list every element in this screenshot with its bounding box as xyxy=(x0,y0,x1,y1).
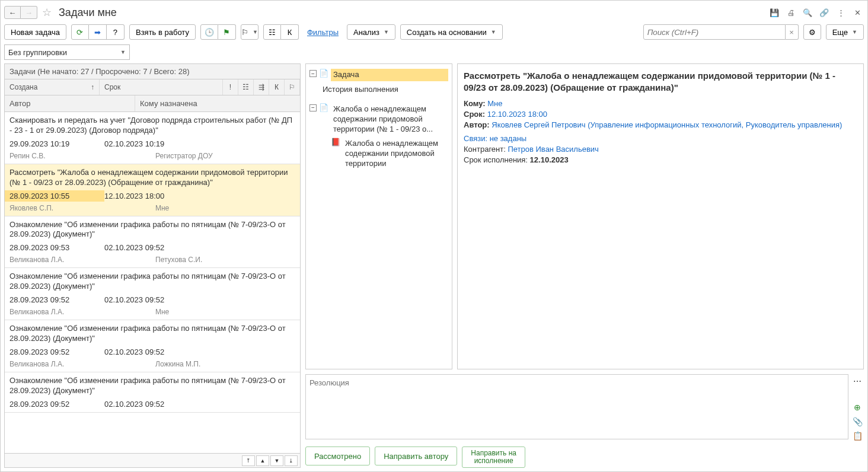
column-created[interactable]: Создана ↑ xyxy=(5,79,100,95)
more-menu-icon[interactable]: ⋮ xyxy=(834,6,847,19)
k-button[interactable]: К xyxy=(281,24,299,40)
task-title: Ознакомление "Об изменении графика работ… xyxy=(9,220,295,240)
task-row[interactable]: Рассмотреть "Жалоба о ненадлежащем содер… xyxy=(5,164,300,216)
task-due: 02.10.2023 09:52 xyxy=(104,347,164,356)
chevron-down-icon: ▼ xyxy=(120,49,126,55)
search-input[interactable] xyxy=(643,24,786,40)
refresh-button[interactable]: ⟳ xyxy=(71,24,89,40)
task-created: 28.09.2023 09:52 xyxy=(9,295,104,304)
detail-author-label: Автор: xyxy=(464,120,490,129)
scroll-bottom-button[interactable]: ⤓ xyxy=(285,455,298,466)
task-assignee: Ложкина М.П. xyxy=(155,360,200,368)
task-due: 12.10.2023 18:00 xyxy=(104,192,164,200)
tasks-summary: Задачи (Не начато: 27 / Просрочено: 7 / … xyxy=(5,64,300,79)
take-to-work-button[interactable]: Взять в работу xyxy=(129,24,196,40)
task-row[interactable]: Ознакомление "Об изменении графика работ… xyxy=(5,268,300,320)
task-created: 29.09.2023 10:19 xyxy=(9,139,104,148)
tree-task-label[interactable]: Задача xyxy=(331,69,448,81)
column-assignee[interactable]: Кому назначена xyxy=(135,95,300,111)
task-title: Сканировать и передать на учет "Договор … xyxy=(9,116,295,136)
column-tree-icon[interactable]: ⇶ xyxy=(254,79,269,95)
scroll-down-button[interactable]: ▼ xyxy=(270,455,283,466)
task-due: 02.10.2023 09:52 xyxy=(104,243,164,252)
column-due[interactable]: Срок xyxy=(100,79,223,95)
detail-title: Рассмотреть "Жалоба о ненадлежащем содер… xyxy=(464,70,857,93)
close-icon[interactable]: ✕ xyxy=(851,6,864,19)
column-status-icon[interactable]: ☷ xyxy=(238,79,254,95)
clock-button[interactable]: 🕒 xyxy=(200,24,218,40)
print-icon[interactable]: 🖨 xyxy=(784,6,797,19)
forward-arrow-button[interactable]: ➡ xyxy=(89,24,107,40)
task-row[interactable]: Сканировать и передать на учет "Договор … xyxy=(5,112,300,164)
tree-collapse-task[interactable]: − xyxy=(309,70,317,77)
analysis-button[interactable]: Анализ▼ xyxy=(347,24,395,40)
tree-history-label[interactable]: История выполнения xyxy=(320,84,448,96)
search-page-icon[interactable]: 🔍 xyxy=(801,6,814,19)
task-assignee: Петухова С.И. xyxy=(155,256,202,264)
column-k-icon[interactable]: К xyxy=(269,79,285,95)
resolution-attach-button[interactable]: 📎 xyxy=(851,416,863,428)
filters-link[interactable]: Фильтры xyxy=(304,28,342,37)
help-button[interactable]: ? xyxy=(107,24,125,40)
send-to-author-button[interactable]: Направить автору xyxy=(375,447,457,465)
column-flag-icon[interactable]: ⚐ xyxy=(285,79,300,95)
task-created: 28.09.2023 09:53 xyxy=(9,243,104,252)
reviewed-button[interactable]: Рассмотрено xyxy=(305,447,370,465)
resolution-expand-button[interactable]: ⋯ xyxy=(851,375,863,387)
flag-dropdown-button[interactable]: ⚐▼ xyxy=(241,24,259,40)
task-icon: 📄 xyxy=(319,69,328,79)
favorite-star-icon[interactable]: ☆ xyxy=(40,5,54,20)
detail-exec-due-value: 12.10.2023 xyxy=(530,155,569,164)
scroll-up-button[interactable]: ▲ xyxy=(256,455,269,466)
send-to-execution-button[interactable]: Направить на исполнение xyxy=(462,447,525,468)
create-based-button[interactable]: Создать на основании▼ xyxy=(400,24,503,40)
task-created: 28.09.2023 10:55 xyxy=(5,190,104,202)
tree-pdf-label[interactable]: Жалоба о ненадлежащем содержании придомо… xyxy=(343,138,448,170)
task-due: 02.10.2023 09:52 xyxy=(104,295,164,304)
task-row[interactable]: Ознакомление "Об изменении графика работ… xyxy=(5,372,300,413)
link-icon[interactable]: 🔗 xyxy=(818,6,831,19)
grouping-value: Без группировки xyxy=(8,48,67,57)
resolution-add-button[interactable]: ⊕ xyxy=(851,401,863,413)
scroll-top-button[interactable]: ⤒ xyxy=(242,455,255,466)
task-title: Рассмотреть "Жалоба о ненадлежащем содер… xyxy=(9,168,295,188)
task-title: Ознакомление "Об изменении графика работ… xyxy=(9,376,295,396)
detail-author-value[interactable]: Яковлев Сергей Петрович (Управление инфо… xyxy=(492,120,842,129)
resolution-paste-button[interactable]: 📋 xyxy=(851,430,863,442)
grouping-select[interactable]: Без группировки ▼ xyxy=(4,44,130,60)
task-title: Ознакомление "Об изменении графика работ… xyxy=(9,324,295,344)
nav-back-button[interactable]: ← xyxy=(4,6,21,19)
new-task-button[interactable]: Новая задача xyxy=(4,24,66,40)
task-row[interactable]: Ознакомление "Об изменении графика работ… xyxy=(5,216,300,269)
tree-view-button[interactable]: ☷ xyxy=(263,24,281,40)
task-author: Репин С.В. xyxy=(9,152,155,160)
task-assignee: Регистратор ДОУ xyxy=(155,152,213,160)
task-row[interactable]: Ознакомление "Об изменении графика работ… xyxy=(5,320,300,372)
tree-collapse-doc[interactable]: − xyxy=(309,104,317,111)
detail-contractor-value[interactable]: Петров Иван Васильевич xyxy=(508,145,598,154)
nav-forward-button[interactable]: → xyxy=(21,6,37,19)
detail-links[interactable]: Связи: не заданы xyxy=(464,134,526,143)
document-icon: 📄 xyxy=(319,103,328,113)
task-created: 28.09.2023 09:52 xyxy=(9,347,104,356)
flag-green-button[interactable]: ⚑ xyxy=(218,24,236,40)
detail-contractor-label: Контрагент: xyxy=(464,145,506,154)
save-icon[interactable]: 💾 xyxy=(768,6,781,19)
task-assignee: Мне xyxy=(155,204,169,212)
tree-doc-label[interactable]: Жалоба о ненадлежащем содержании придомо… xyxy=(331,103,448,136)
detail-to-value[interactable]: Мне xyxy=(487,99,502,108)
settings-button[interactable]: ⚙ xyxy=(803,24,821,40)
search-clear-button[interactable]: × xyxy=(786,24,799,40)
pdf-icon: 📕 xyxy=(331,138,340,148)
task-author: Яковлев С.П. xyxy=(9,204,155,212)
more-button[interactable]: Еще▼ xyxy=(826,24,864,40)
task-created: 28.09.2023 09:52 xyxy=(9,400,104,409)
detail-due-value[interactable]: 12.10.2023 18:00 xyxy=(487,110,547,119)
detail-due-label: Срок: xyxy=(464,110,485,119)
column-author[interactable]: Автор xyxy=(5,95,135,111)
resolution-input[interactable] xyxy=(305,374,848,439)
task-due: 02.10.2023 09:52 xyxy=(104,400,164,409)
column-important-icon[interactable]: ! xyxy=(223,79,238,95)
detail-to-label: Кому: xyxy=(464,99,486,108)
task-author: Великанова Л.А. xyxy=(9,360,155,368)
